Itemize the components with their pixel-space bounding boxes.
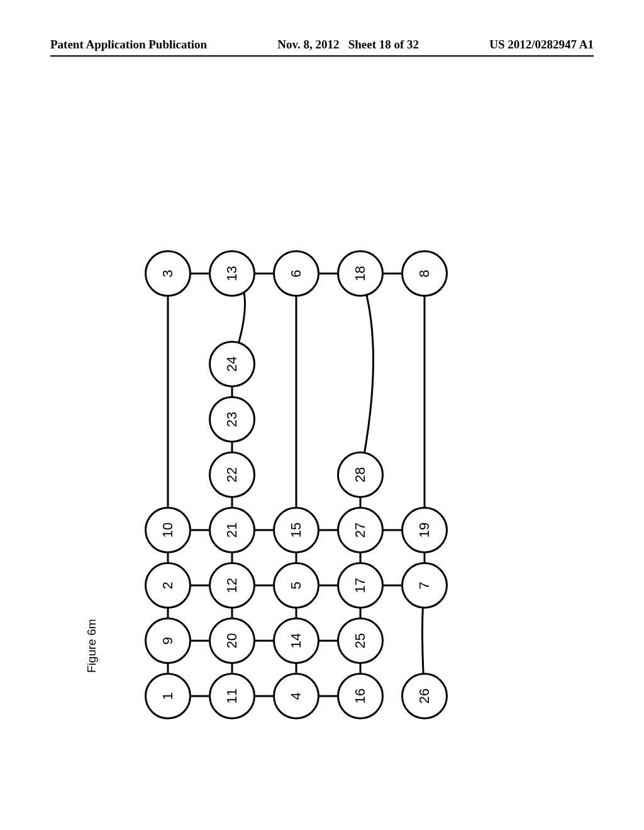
graph-node-label: 7 [416, 582, 433, 589]
graph-node: 1 [145, 673, 191, 719]
graph-node-label: 24 [224, 357, 240, 372]
graph-node-label: 19 [416, 523, 433, 538]
graph-node-label: 25 [352, 633, 369, 648]
graph-node-label: 15 [288, 523, 304, 538]
graph-node: 9 [145, 617, 191, 664]
graph-node-label: 13 [224, 266, 240, 281]
graph-node: 25 [337, 617, 384, 664]
graph-node-label: 18 [352, 266, 369, 281]
graph-node: 27 [337, 507, 384, 553]
graph-node: 20 [209, 617, 255, 664]
header-right: US 2012/0282947 A1 [489, 38, 594, 52]
graph-node-label: 20 [224, 633, 240, 648]
graph-node-label: 5 [288, 582, 304, 589]
graph-node: 28 [337, 451, 384, 498]
graph-node: 17 [337, 562, 384, 609]
graph-node-label: 16 [352, 689, 369, 704]
graph-node: 8 [401, 250, 448, 297]
graph-node-label: 2 [160, 582, 176, 589]
graph-node: 22 [209, 451, 255, 498]
graph-node-label: 4 [288, 692, 304, 700]
graph-node: 12 [209, 562, 255, 609]
graph-node-label: 26 [416, 689, 433, 704]
graph-node-label: 14 [288, 633, 304, 648]
graph-node: 10 [145, 507, 191, 553]
graph-node-label: 17 [352, 578, 369, 593]
graph-node: 3 [145, 250, 191, 297]
graph-node-label: 27 [352, 523, 369, 538]
graph-node: 26 [401, 673, 448, 719]
graph-node: 11 [209, 673, 255, 719]
graph-node: 21 [209, 507, 255, 553]
graph-node: 6 [273, 250, 319, 297]
graph-node-label: 10 [160, 523, 176, 538]
graph-diagram: 1921031120122122232413414515616251727281… [126, 107, 516, 736]
graph-node: 23 [209, 396, 255, 443]
page-header: Patent Application Publication Nov. 8, 2… [50, 38, 594, 52]
graph-node: 16 [337, 673, 384, 719]
figure-caption: Figure 6m [85, 619, 99, 673]
graph-node: 7 [401, 562, 448, 609]
graph-node-label: 3 [160, 270, 176, 277]
graph-node-label: 11 [224, 689, 240, 704]
graph-node: 19 [401, 507, 448, 553]
graph-node-label: 9 [160, 637, 176, 645]
graph-node: 15 [273, 507, 319, 553]
header-center: Nov. 8, 2012 Sheet 18 of 32 [207, 38, 489, 52]
graph-node: 2 [145, 562, 191, 609]
graph-node-label: 23 [224, 412, 240, 427]
header-divider [50, 55, 594, 57]
graph-node-label: 12 [224, 578, 240, 593]
graph-node: 14 [273, 617, 319, 664]
graph-node-label: 22 [224, 467, 240, 482]
graph-node-label: 8 [416, 270, 433, 277]
graph-node: 13 [209, 250, 255, 297]
graph-node-label: 6 [288, 270, 304, 277]
graph-node: 18 [337, 250, 384, 297]
graph-node-label: 28 [352, 467, 369, 482]
header-left: Patent Application Publication [50, 38, 207, 52]
graph-node-label: 21 [224, 523, 240, 538]
graph-node-label: 1 [160, 692, 176, 700]
graph-node: 5 [273, 562, 319, 609]
graph-node: 24 [209, 341, 255, 387]
graph-node: 4 [273, 673, 319, 719]
